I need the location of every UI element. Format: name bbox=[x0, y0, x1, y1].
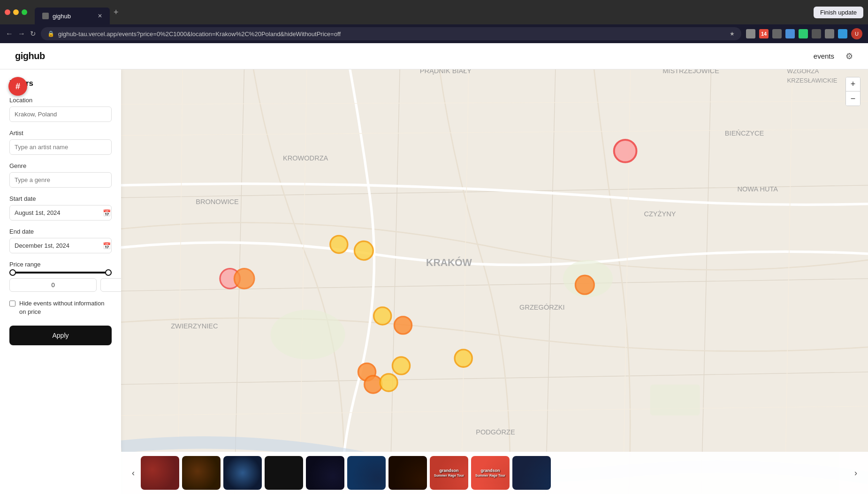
svg-text:KRZESŁAWICKIE: KRZESŁAWICKIE bbox=[787, 77, 838, 84]
ext-icon-4[interactable] bbox=[799, 29, 808, 38]
svg-point-45 bbox=[455, 350, 472, 367]
svg-text:WZGÓRZA: WZGÓRZA bbox=[787, 69, 819, 75]
svg-point-40 bbox=[394, 317, 411, 334]
hide-price-checkbox[interactable] bbox=[9, 300, 15, 307]
browser-ext-area: 14 U bbox=[746, 28, 862, 39]
svg-point-39 bbox=[374, 307, 391, 325]
slider-thumb-max[interactable] bbox=[105, 269, 112, 276]
carousel-item[interactable] bbox=[223, 456, 262, 490]
svg-point-36 bbox=[234, 269, 254, 289]
carousel-item[interactable] bbox=[306, 456, 344, 490]
artist-label: Artist bbox=[9, 129, 112, 137]
slider-fill bbox=[9, 272, 112, 274]
refresh-button[interactable]: ↻ bbox=[30, 30, 36, 38]
star-icon[interactable]: ★ bbox=[730, 30, 735, 37]
url-bar[interactable]: 🔒 gighub-tau.vercel.app/events?price=0%2… bbox=[41, 27, 741, 40]
end-date-section: End date 📅 bbox=[9, 228, 112, 253]
svg-text:KROWODRZA: KROWODRZA bbox=[283, 154, 328, 162]
hide-price-row: Hide events without information on price bbox=[9, 299, 112, 316]
genre-section: Genre bbox=[9, 162, 112, 188]
ext-icon-7[interactable] bbox=[838, 29, 847, 38]
carousel-item[interactable] bbox=[512, 456, 551, 490]
svg-point-37 bbox=[355, 241, 373, 260]
start-date-calendar-icon[interactable]: 📅 bbox=[98, 209, 112, 217]
ext-badge[interactable]: 14 bbox=[759, 29, 769, 38]
tab-close-btn[interactable]: ✕ bbox=[98, 13, 102, 19]
carousel-item[interactable]: grandsonSummer Rage Tour bbox=[471, 456, 510, 490]
carousel-item[interactable]: grandsonSummer Rage Tour bbox=[430, 456, 468, 490]
svg-text:MISTRZEJOWICE: MISTRZEJOWICE bbox=[662, 69, 719, 75]
app-logo: gighub bbox=[15, 51, 45, 61]
map-svg: PRĄDNIK BIAŁY MISTRZEJOWICE WZGÓRZA KRZE… bbox=[121, 69, 868, 494]
ext-icon-5[interactable] bbox=[812, 29, 821, 38]
nav-events-link[interactable]: events bbox=[814, 52, 834, 60]
svg-point-33 bbox=[614, 140, 637, 162]
svg-text:GRZEGÓRZKI: GRZEGÓRZKI bbox=[519, 304, 564, 311]
svg-text:CZYŻYNY: CZYŻYNY bbox=[644, 210, 676, 218]
end-date-calendar-icon[interactable]: 📅 bbox=[98, 242, 112, 250]
carousel-item[interactable] bbox=[388, 456, 427, 490]
back-button[interactable]: ← bbox=[6, 30, 13, 38]
lock-icon: 🔒 bbox=[47, 30, 54, 37]
genre-input[interactable] bbox=[9, 172, 112, 188]
browser-nav-bar: ← → ↻ 🔒 gighub-tau.vercel.app/events?pri… bbox=[0, 24, 868, 43]
win-maximize[interactable] bbox=[22, 9, 27, 15]
hashtag-button[interactable]: # bbox=[8, 77, 27, 96]
end-date-input[interactable] bbox=[10, 238, 98, 253]
zoom-out-button[interactable]: − bbox=[846, 91, 860, 106]
genre-label: Genre bbox=[9, 162, 112, 169]
svg-point-34 bbox=[330, 236, 348, 253]
hide-price-label: Hide events without information on price bbox=[19, 299, 112, 316]
tab-title: gighub bbox=[53, 13, 71, 20]
map-zoom-controls: + − bbox=[845, 77, 860, 106]
svg-text:PRĄDNIK BIAŁY: PRĄDNIK BIAŁY bbox=[420, 69, 472, 75]
ext-icon-1[interactable] bbox=[746, 29, 755, 38]
active-tab[interactable]: gighub ✕ bbox=[35, 8, 110, 24]
zoom-in-button[interactable]: + bbox=[846, 77, 860, 91]
browser-actions: Finish update bbox=[814, 7, 863, 18]
price-min-input[interactable] bbox=[9, 278, 97, 292]
carousel-item[interactable] bbox=[182, 456, 221, 490]
svg-point-43 bbox=[365, 376, 382, 393]
user-avatar[interactable]: U bbox=[851, 28, 862, 39]
slider-thumb-min[interactable] bbox=[9, 269, 16, 276]
carousel-next-button[interactable]: › bbox=[848, 465, 863, 480]
app-wrapper: gighub events ⚙ # Filters Location Artis… bbox=[0, 43, 868, 494]
browser-chrome: gighub ✕ + Finish update bbox=[0, 0, 868, 24]
svg-point-44 bbox=[380, 374, 397, 391]
ext-icon-2[interactable] bbox=[772, 29, 782, 38]
filter-panel: Filters Location Artist Genre Start date… bbox=[0, 69, 121, 494]
url-text: gighub-tau.vercel.app/events?price=0%2C1… bbox=[58, 30, 726, 38]
svg-text:ZWIERZYNIEC: ZWIERZYNIEC bbox=[171, 322, 218, 330]
ext-icon-3[interactable] bbox=[785, 29, 795, 38]
tab-favicon bbox=[42, 13, 49, 19]
carousel-item[interactable] bbox=[347, 456, 386, 490]
browser-tab-area: gighub ✕ + bbox=[35, 0, 810, 24]
artist-input[interactable] bbox=[9, 139, 112, 155]
ext-icon-6[interactable] bbox=[825, 29, 834, 38]
price-inputs bbox=[9, 278, 112, 292]
finish-update-button[interactable]: Finish update bbox=[814, 7, 863, 18]
svg-text:BIEŃCZYCE: BIEŃCZYCE bbox=[725, 129, 764, 137]
carousel-item[interactable] bbox=[265, 456, 303, 490]
carousel-item[interactable] bbox=[141, 456, 179, 490]
win-close[interactable] bbox=[5, 9, 10, 15]
start-date-input[interactable] bbox=[10, 205, 98, 220]
location-input[interactable] bbox=[9, 106, 112, 122]
price-slider[interactable] bbox=[9, 272, 112, 274]
settings-icon[interactable]: ⚙ bbox=[845, 51, 853, 61]
location-section: Location bbox=[9, 97, 112, 122]
price-range-label: Price range bbox=[9, 261, 112, 268]
forward-button[interactable]: → bbox=[18, 30, 25, 38]
win-minimize[interactable] bbox=[13, 9, 19, 15]
carousel-prev-button[interactable]: ‹ bbox=[126, 465, 141, 480]
top-nav: gighub events ⚙ bbox=[0, 43, 868, 69]
map-area: PRĄDNIK BIAŁY MISTRZEJOWICE WZGÓRZA KRZE… bbox=[121, 69, 868, 494]
price-max-input[interactable] bbox=[100, 278, 121, 292]
new-tab-button[interactable]: + bbox=[111, 8, 122, 17]
apply-button[interactable]: Apply bbox=[9, 326, 112, 345]
svg-rect-19 bbox=[650, 384, 700, 415]
start-date-section: Start date 📅 bbox=[9, 195, 112, 220]
main-content: # Filters Location Artist Genre Start da… bbox=[0, 69, 868, 494]
svg-text:BRONOWICE: BRONOWICE bbox=[196, 198, 239, 205]
